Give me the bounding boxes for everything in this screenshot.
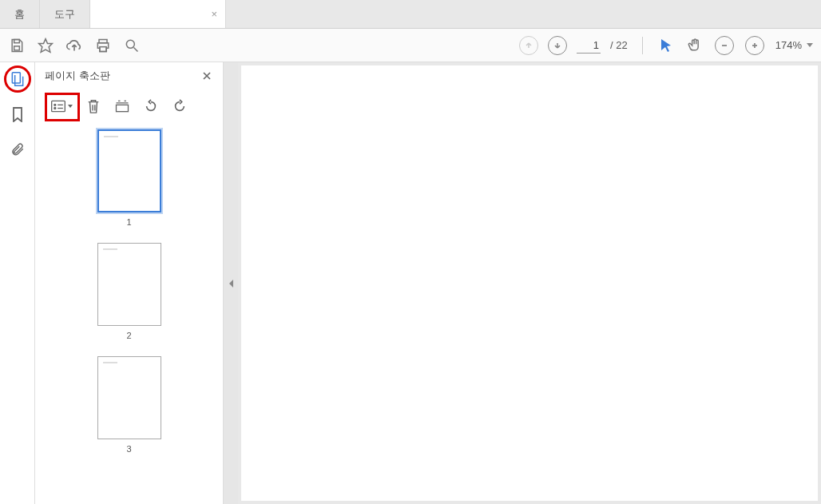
thumbnail-item[interactable]: 2: [35, 243, 223, 340]
rotate-cw-icon[interactable]: [171, 97, 188, 115]
tab-close-icon[interactable]: ×: [211, 8, 217, 20]
tab-bar: 홈 도구 ×: [0, 0, 821, 29]
page-input[interactable]: [577, 38, 601, 54]
thumbnail-page[interactable]: [97, 129, 161, 212]
toolbar-divider: [642, 37, 643, 54]
panel-options-icon[interactable]: [50, 97, 73, 115]
svg-point-5: [126, 40, 134, 48]
pointer-icon[interactable]: [657, 37, 675, 54]
svg-point-16: [54, 108, 56, 109]
zoom-in-icon[interactable]: [745, 36, 764, 55]
insert-page-icon[interactable]: [113, 97, 131, 115]
thumbnail-number: 3: [126, 444, 131, 454]
tab-document[interactable]: ×: [90, 0, 226, 28]
svg-rect-1: [14, 46, 20, 50]
star-icon[interactable]: [37, 37, 54, 54]
save-icon[interactable]: [8, 37, 26, 54]
page-nav: / 22: [519, 36, 628, 55]
page-viewport[interactable]: [238, 62, 821, 504]
thumbnail-item[interactable]: 1: [35, 129, 223, 227]
thumbnail-page[interactable]: [97, 356, 161, 439]
content-area: 페이지 축소판: [0, 62, 821, 504]
svg-marker-2: [39, 38, 53, 52]
tab-home[interactable]: 홈: [0, 0, 40, 28]
svg-line-6: [134, 47, 138, 51]
zoom-value: 174%: [775, 39, 802, 51]
hand-icon[interactable]: [686, 37, 704, 54]
thumbnail-number: 1: [126, 217, 131, 227]
svg-rect-0: [14, 39, 20, 42]
thumbnail-page[interactable]: [97, 243, 161, 326]
svg-rect-10: [12, 73, 20, 83]
attachment-icon[interactable]: [9, 141, 26, 158]
panel-header: 페이지 축소판: [35, 62, 223, 89]
thumbnail-panel: 페이지 축소판: [35, 62, 224, 504]
page-canvas: [241, 65, 818, 501]
chevron-down-icon: [807, 43, 813, 48]
svg-rect-18: [117, 105, 129, 111]
thumbnail-number: 2: [126, 331, 131, 340]
zoom-out-icon[interactable]: [715, 36, 734, 55]
bookmark-icon[interactable]: [9, 105, 26, 123]
panel-toolbar: [42, 93, 216, 120]
search-icon[interactable]: [123, 37, 141, 54]
page-up-icon[interactable]: [519, 36, 538, 55]
page-down-icon[interactable]: [548, 36, 567, 55]
panel-title: 페이지 축소판: [45, 69, 110, 83]
thumbnails-icon[interactable]: [9, 70, 26, 88]
cloud-up-icon[interactable]: [65, 37, 83, 54]
panel-close-icon[interactable]: [200, 69, 213, 82]
delete-icon[interactable]: [85, 97, 102, 115]
tab-tools[interactable]: 도구: [40, 0, 90, 28]
svg-point-14: [54, 104, 56, 105]
thumbnail-scroll[interactable]: 1 2 3: [35, 120, 223, 504]
thumbnail-item[interactable]: 3: [35, 356, 223, 454]
page-total-label: / 22: [610, 39, 628, 51]
rotate-ccw-icon[interactable]: [142, 97, 160, 115]
zoom-dropdown[interactable]: 174%: [775, 39, 813, 51]
left-rail: [0, 62, 35, 504]
main-toolbar: / 22 174%: [0, 29, 821, 62]
svg-rect-13: [52, 101, 65, 111]
svg-rect-4: [100, 46, 106, 51]
collapse-handle-icon[interactable]: [224, 62, 238, 504]
document-area: [224, 62, 821, 504]
print-icon[interactable]: [94, 37, 112, 54]
